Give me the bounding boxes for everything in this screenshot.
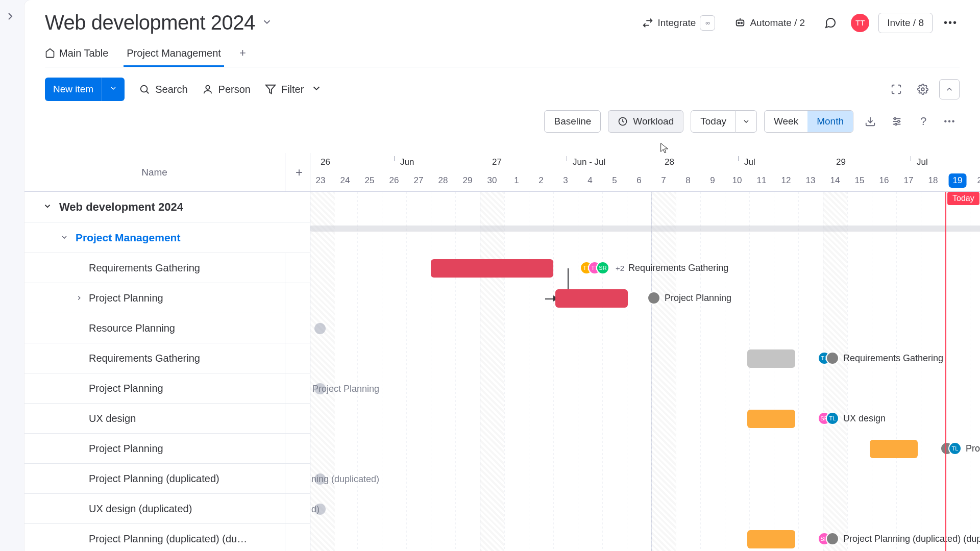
baseline-button[interactable]: Baseline [544,110,601,133]
gantt-bar[interactable] [747,530,795,548]
svg-point-13 [894,118,896,120]
task-row[interactable]: Project Planning (duplicated) [24,464,310,494]
expand-rail-icon[interactable] [4,10,16,22]
date-cell: 7 [661,176,666,186]
tab-main-table[interactable]: Main Table [45,47,108,66]
date-cell: 2 [538,176,543,186]
task-row[interactable]: UX design [24,404,310,434]
svg-point-15 [895,123,897,126]
task-row[interactable]: Requirements Gathering [24,343,310,373]
date-cell: 27 [414,176,424,186]
week-label: Jul [917,157,928,167]
date-cell: 18 [928,176,938,186]
week-label: 27 [492,157,502,167]
user-avatar[interactable]: TT [851,14,869,32]
gantt-bar[interactable] [555,289,628,308]
sliders-icon[interactable] [887,112,906,131]
date-cell: 25 [365,176,375,186]
svg-point-8 [921,88,924,91]
board-title[interactable]: Web development 2024 [45,11,255,34]
search-button[interactable]: Search [139,84,187,95]
offscreen-indicator-icon[interactable] [314,323,326,334]
gantt-bar[interactable] [870,440,918,458]
offscreen-bar-label: Project Planning [312,384,379,394]
task-row[interactable]: UX design (duplicated) [24,494,310,524]
svg-rect-0 [737,20,744,26]
collapse-icon[interactable] [939,79,960,99]
add-tab-button[interactable]: + [239,46,246,67]
assignee-avatar [826,532,839,545]
task-row[interactable]: Project Planning (duplicated) (du… [24,524,310,551]
date-cell: 20 [977,176,980,186]
gantt-bar[interactable] [747,410,795,428]
person-label: Person [218,84,251,95]
chevron-down-icon [43,201,52,214]
date-cell: 28 [438,176,448,186]
date-cell: 9 [710,176,715,186]
tab-project-management[interactable]: Project Management [127,47,221,66]
title-caret-icon[interactable] [261,16,273,30]
svg-point-1 [738,22,740,23]
new-item-button[interactable]: New item [45,78,125,101]
automate-button[interactable]: Automate / 2 [729,14,810,32]
integrate-button[interactable]: Integrate ∞ [637,12,720,34]
date-cell: 10 [732,176,742,186]
assignee-avatar: SR [596,261,609,274]
new-item-dropdown-icon[interactable] [102,78,125,101]
chevron-right-icon[interactable] [76,292,83,304]
gantt-bar[interactable] [747,349,795,368]
chat-button[interactable] [819,14,842,32]
search-label: Search [155,84,187,95]
date-cell: 17 [904,176,914,186]
assignee-avatar: TL [826,412,839,425]
today-dropdown-icon[interactable] [736,110,757,133]
new-item-label: New item [45,78,102,101]
date-cell: 16 [879,176,889,186]
date-cell: 15 [855,176,865,186]
zoom-segment: Week Month [764,110,853,133]
gantt-bar-label: SRProject Planning (duplicated) (dup [818,532,980,545]
gantt-bar-label: Project Planning [647,291,731,305]
today-button[interactable]: Today [691,110,736,133]
today-date-cell: 19 [949,173,967,188]
help-icon[interactable]: ? [914,112,933,131]
date-cell: 8 [685,176,690,186]
week-label: Jun - Jul [573,157,605,167]
assignee-avatar: TL [948,442,962,455]
svg-line-5 [146,91,149,93]
download-icon[interactable] [861,112,880,131]
offscreen-bar-label: d) [311,504,320,515]
gantt-more-icon[interactable]: ••• [940,112,960,131]
add-column-icon[interactable]: + [296,165,303,180]
date-cell: 24 [340,176,350,186]
svg-marker-7 [266,85,275,94]
task-row[interactable]: Requirements Gathering [24,253,310,283]
date-cell: 4 [587,176,592,186]
date-cell: 6 [636,176,641,186]
week-label: Jul [744,157,755,167]
group-row[interactable]: Web development 2024 [24,192,310,222]
subgroup-row[interactable]: Project Management [24,222,310,253]
date-cell: 14 [830,176,840,186]
person-filter-button[interactable]: Person [202,84,251,95]
zoom-week[interactable]: Week [765,111,807,132]
task-row[interactable]: Project Planning [24,434,310,464]
more-menu-icon[interactable]: ••• [942,14,960,32]
fullscreen-icon[interactable] [886,79,906,99]
settings-icon[interactable] [913,79,933,99]
automate-label: Automate / 2 [750,17,805,29]
tab-pm-label: Project Management [127,47,221,59]
task-row[interactable]: Resource Planning [24,313,310,343]
svg-point-14 [898,120,900,122]
filter-dropdown-icon[interactable] [311,83,322,96]
gantt-bar[interactable] [431,259,553,278]
task-row[interactable]: Project Planning [24,373,310,404]
filter-label: Filter [281,84,304,95]
filter-button[interactable]: Filter [265,83,322,96]
date-cell: 26 [389,176,399,186]
workload-button[interactable]: Workload [608,110,683,133]
zoom-month[interactable]: Month [807,111,853,132]
invite-button[interactable]: Invite / 8 [878,13,933,33]
assignee-avatar [647,291,660,305]
task-row[interactable]: Project Planning [24,283,310,313]
